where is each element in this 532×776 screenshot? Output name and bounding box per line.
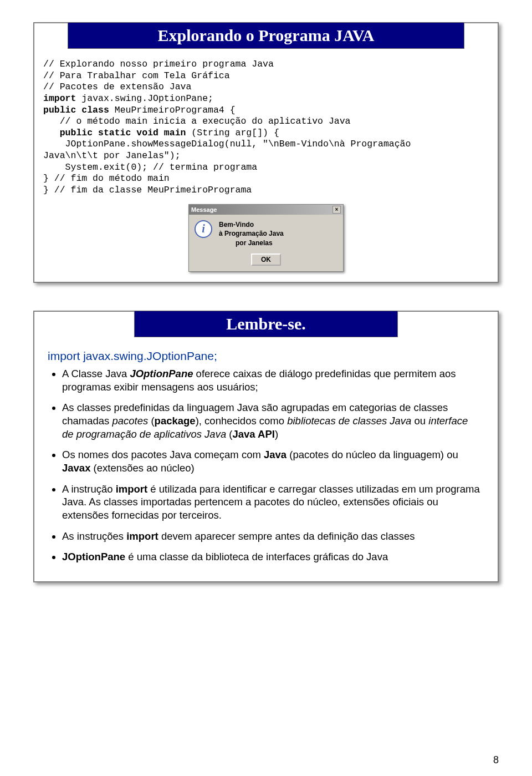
code-line: JOptionPane.showMessageDialog(null, "\nB…	[43, 139, 411, 149]
code-line: System.exit(0); // termina programa	[43, 162, 257, 173]
dialog-wrap: Message × i Bem-Vindo à Programação Java…	[34, 204, 498, 272]
slide2-title: Lembre-se.	[134, 311, 398, 337]
code-keyword: import	[43, 93, 76, 104]
text: )	[275, 428, 278, 440]
text-italic: bibliotecas de classes Java	[287, 415, 411, 427]
list-item: As classes predefinidas da linguagem Jav…	[62, 401, 481, 440]
text-bold-italic: JOptionPane	[130, 368, 193, 379]
text: devem aparecer sempre antes da definição…	[158, 530, 415, 542]
dialog-text-line: à Programação Java	[219, 230, 284, 237]
slide1-title: Explorando o Programa JAVA	[68, 22, 464, 49]
message-dialog: Message × i Bem-Vindo à Programação Java…	[188, 204, 344, 272]
info-icon: i	[195, 220, 212, 238]
text: A Classe Java	[62, 368, 130, 379]
code-line: javax.swing.JOptionPane;	[76, 93, 213, 104]
code-line: // Para Trabalhar com Tela Gráfica	[43, 70, 230, 81]
text: ), conhecidos como	[196, 415, 288, 427]
code-line: (String arg[]) {	[186, 128, 279, 138]
dialog-titlebar: Message ×	[189, 205, 343, 215]
text-italic: pacotes	[112, 415, 149, 427]
code-line: } // fim da classe MeuPrimeiroPrograma	[43, 185, 252, 195]
dialog-text: Bem-Vindo à Programação Java por Janelas	[219, 220, 284, 248]
code-line: // Pacotes de extensão Java	[43, 82, 191, 92]
text-bold: import	[126, 530, 158, 542]
list-item: As instruções import devem aparecer semp…	[62, 530, 481, 543]
text-bold: Java	[264, 449, 287, 460]
code-line: Java\n\t\t por Janelas");	[43, 150, 181, 161]
code-line: // o método main inicia a execução do ap…	[43, 116, 351, 126]
bullet-list: A Classe Java JOptionPane oferece caixas…	[34, 367, 498, 564]
dialog-button-row: OK	[189, 251, 343, 271]
list-item: A Classe Java JOptionPane oferece caixas…	[62, 367, 481, 393]
list-item: JOptionPane é uma classe da biblioteca d…	[62, 550, 481, 564]
code-keyword: public class	[43, 105, 109, 115]
list-item: A instrução import é utilizada para iden…	[62, 483, 481, 522]
text: (extensões ao núcleo)	[90, 462, 194, 474]
text: A instrução	[62, 483, 116, 495]
close-icon[interactable]: ×	[332, 206, 341, 214]
code-keyword: public static void main	[43, 128, 186, 138]
text: ou	[411, 415, 428, 427]
text: (	[148, 415, 154, 427]
slide-lembrese: Lembre-se. import javax.swing.JOptionPan…	[33, 311, 499, 582]
text: (pacotes do núcleo da linguagem) ou	[287, 449, 458, 460]
list-item: Os nomes dos pacotes Java começam com Ja…	[62, 448, 481, 474]
text-bold: Javax	[62, 462, 90, 474]
text: é uma classe da biblioteca de interfaces…	[125, 551, 388, 562]
code-line: MeuPrimeiroPrograma4 {	[109, 105, 236, 115]
slide-explorando: Explorando o Programa JAVA // Explorando…	[33, 22, 499, 283]
text-bold: JOptionPane	[62, 551, 125, 562]
dialog-text-line: por Janelas	[219, 239, 273, 247]
dialog-title: Message	[191, 206, 217, 213]
import-line: import javax.swing.JOptionPane;	[34, 347, 498, 367]
code-block: // Explorando nosso primeiro programa Ja…	[34, 59, 498, 196]
dialog-body: i Bem-Vindo à Programação Java por Janel…	[189, 215, 343, 251]
code-line: } // fim do método main	[43, 173, 170, 184]
text-bold: package	[155, 415, 196, 427]
text: Os nomes dos pacotes Java começam com	[62, 449, 264, 460]
text: (	[226, 428, 232, 440]
text-bold: import	[116, 483, 148, 495]
text-bold: Java API	[232, 428, 274, 440]
text: As instruções	[62, 530, 126, 542]
dialog-text-line: Bem-Vindo	[219, 221, 254, 229]
ok-button[interactable]: OK	[251, 253, 281, 266]
code-line: // Explorando nosso primeiro programa Ja…	[43, 59, 274, 69]
